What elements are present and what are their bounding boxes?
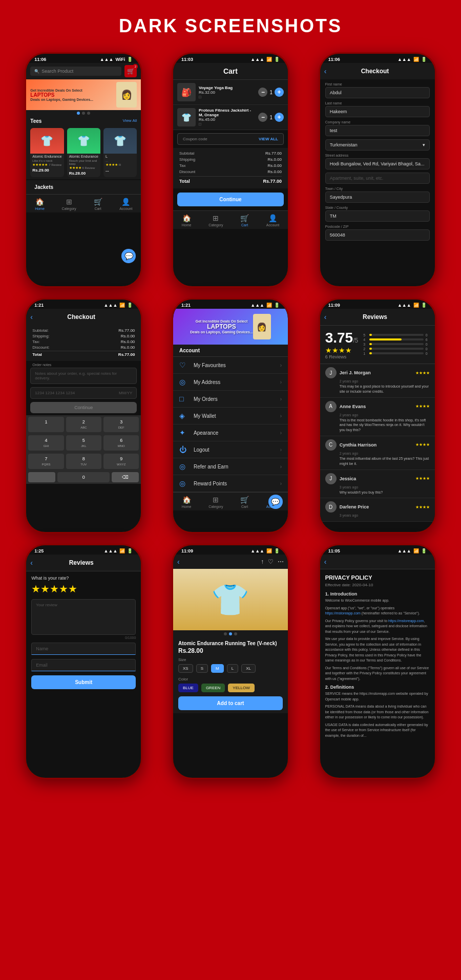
review-stars[interactable]: ★★★★★ [31,583,136,595]
menu-refer[interactable]: ◎ Refer and Earn › [173,458,288,475]
product-3[interactable]: 👕 L ... ★★★★ R ... [103,128,137,177]
qty-minus-2[interactable]: − [258,113,267,122]
menu-rewards[interactable]: ◎ Reward Points › [173,475,288,492]
write-review-header: ‹ Reviews [26,555,141,571]
status-bar-8: 11:09 ▲▲▲📶🔋 [173,545,288,555]
key-2[interactable]: 2ABC [66,417,101,432]
card-number-field[interactable]: 1234 1234 1234 1234 MM/YY [30,387,137,399]
continue-button[interactable]: Continue [177,193,284,206]
chat-button[interactable]: 💬 [121,249,136,263]
menu-wallet[interactable]: ◈ My Wallet › [173,408,288,424]
order-notes[interactable]: Notes about your order, e.g. special not… [30,368,137,384]
qty-minus-1[interactable]: − [258,88,267,97]
first-name-field[interactable]: Abdul [325,87,430,98]
nav-category-3[interactable]: ⊞Category [208,496,223,508]
menu-appearance[interactable]: ✦ Apearance › [173,424,288,441]
checkout-form: First name Abdul Last name Hakeem Compan… [320,79,435,247]
street-field[interactable]: Hodi Bungalow, Ved Rd, Variyavi Bhagol, … [325,158,430,169]
color-yellow[interactable]: YELLOW [228,684,254,692]
char-count: 0/1000 [31,636,136,640]
zip-field[interactable]: 560048 [325,229,430,241]
cart-item-1[interactable]: 🎒 Voyage Yoga Bag Rs.32.00 □ − 1 + [173,80,288,105]
status-bar-3: 11:06 ▲▲▲📶🔋 [320,54,435,63]
nav-category[interactable]: ⊞ Category [61,198,76,210]
qty-plus-1[interactable]: + [275,88,284,97]
share-icon[interactable]: ↑ [261,558,264,565]
key-4[interactable]: 4GHI [28,435,64,451]
nav-home[interactable]: 🏠 Home [35,198,45,210]
phone-product-detail: 11:09 ▲▲▲📶🔋 ‹ ↑ ♡ ⋯ 👕 [162,544,299,779]
size-m[interactable]: M [211,664,224,673]
key-7[interactable]: 7PQRS [28,454,64,469]
product-info: Atomic Endurance Running Tee (V-neck) Rs… [173,637,288,713]
menu-logout[interactable]: ⏻ Logout › [173,441,288,458]
state-field[interactable]: TM [325,210,430,222]
qty-plus-2[interactable]: + [275,113,284,122]
cart-item-2-qty: − 1 + [258,113,284,122]
nav-cart-3[interactable]: 🛒Cart [240,496,249,508]
privacy-content: PRIVACY POLICY Effective date: 2020-04-1… [320,569,435,745]
back-button-6[interactable]: ‹ [324,558,327,566]
city-field[interactable]: Sayedpura [325,191,430,203]
submit-button[interactable]: Submit [31,675,136,689]
apt-field[interactable]: Apartment, suite, unit, etc. [325,173,430,184]
back-button-4[interactable]: ‹ [30,559,33,567]
key-delete[interactable]: ⌫ [112,472,139,482]
chat-button-2[interactable]: 💬 [268,495,283,509]
menu-address[interactable]: ◎ My Address › [173,374,288,391]
nav-category-2[interactable]: ⊞Category [208,214,223,227]
phone-privacy: 11:05 ▲▲▲📶🔋 ‹ PRIVACY POLICY Effective d… [309,544,446,779]
color-blue[interactable]: BLUE [178,684,198,692]
status-bar-6: 11:09 ▲▲▲📶🔋 [320,300,435,309]
phone-reviews: 11:09 ▲▲▲📶🔋 ‹ Reviews 3.75/5 ★★★★ 6 Revi… [309,298,446,534]
last-name-field[interactable]: Hakeem [325,106,430,117]
size-xl[interactable]: XL [241,664,256,673]
cart-item-2[interactable]: 👕 Proteus Fitness Jackshirt - M, Orange … [173,105,288,130]
nav-home-2[interactable]: 🏠Home [182,214,192,227]
product-2[interactable]: 👕 Atomic Endurance Reach your limit and … [67,128,100,177]
company-field[interactable]: test [325,125,430,136]
key-5[interactable]: 5JKL [66,435,101,451]
email-input[interactable]: Email [31,659,136,671]
size-xs[interactable]: XS [178,664,193,673]
size-l[interactable]: L [227,664,238,673]
nav-cart-2[interactable]: 🛒Cart [240,214,249,227]
more-icon[interactable]: ⋯ [278,558,284,565]
product-image: 👕 [173,569,288,630]
phone-home: 11:06 ▲▲▲WiFi🔋 Search Product 🛒2 Get Inc… [15,52,152,288]
nav-cart[interactable]: 🛒 Cart [94,198,102,210]
product-header: ‹ ↑ ♡ ⋯ [173,555,288,569]
account-title: Account [173,345,288,357]
review-textarea[interactable]: Your review [31,599,136,635]
menu-favourites[interactable]: ♡ My Favourites › [173,357,288,374]
menu-orders[interactable]: □ My Orders › [173,391,288,408]
name-input[interactable]: Name [31,643,136,655]
nav-account[interactable]: 👤 Account [119,198,132,210]
size-s[interactable]: S [196,664,208,673]
country-select[interactable]: Turkmenistan ▾ [325,139,430,151]
add-to-cart-button[interactable]: Add to cart [178,696,283,710]
back-button-3[interactable]: ‹ [324,313,327,321]
cart-icon[interactable]: 🛒2 [124,65,137,77]
search-box[interactable]: Search Product [30,67,121,76]
nav-home-3[interactable]: 🏠Home [182,496,192,508]
product-1[interactable]: 👕 Atomic Endurance Like it's v-neck ★★★★… [30,128,64,177]
key-0[interactable]: 0 [57,472,110,482]
color-green[interactable]: GREEN [201,684,225,692]
key-8[interactable]: 8TUV [66,454,101,469]
key-3[interactable]: 3DEF [103,417,139,432]
back-button[interactable]: ‹ [324,67,327,75]
key-6[interactable]: 6MNO [103,435,139,451]
back-button-2[interactable]: ‹ [30,313,33,321]
back-button-5[interactable]: ‹ [177,558,180,566]
key-1[interactable]: 1 [28,417,64,432]
checkout1-header: ‹ Checkout [320,63,435,79]
account-banner: Get Incredible Deals On SelectLAPTOPSDea… [173,309,288,345]
status-bar-9: 11:05 ▲▲▲📶🔋 [320,545,435,555]
key-9[interactable]: 9WXYZ [103,454,139,469]
wishlist-icon[interactable]: ♡ [268,558,274,565]
continue-btn-2[interactable]: Continue [30,402,137,413]
status-bar-7: 1:25 ▲▲▲📶🔋 [26,545,141,555]
review-3: C Cynthia Harrison ★★★★ 2 years ago The … [320,436,435,470]
nav-account-2[interactable]: 👤Account [266,214,279,227]
